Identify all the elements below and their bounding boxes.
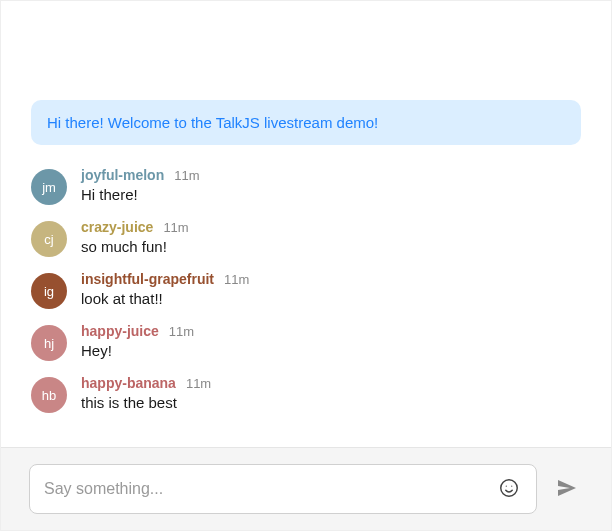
- username: happy-banana: [81, 375, 176, 391]
- chat-window: Hi there! Welcome to the TalkJS livestre…: [0, 0, 612, 531]
- svg-point-0: [501, 479, 518, 496]
- message-content: happy-juice11mHey!: [81, 323, 581, 361]
- svg-point-1: [506, 485, 507, 486]
- message-text: this is the best: [81, 392, 581, 413]
- message-input[interactable]: [42, 479, 494, 499]
- message-content: insightful-grapefruit11mlook at that!!: [81, 271, 581, 309]
- username: insightful-grapefruit: [81, 271, 214, 287]
- message-content: joyful-melon11mHi there!: [81, 167, 581, 205]
- system-banner: Hi there! Welcome to the TalkJS livestre…: [31, 100, 581, 145]
- svg-point-2: [511, 485, 512, 486]
- messages-area: Hi there! Welcome to the TalkJS livestre…: [1, 1, 611, 447]
- input-wrap[interactable]: [29, 464, 537, 514]
- message-header: insightful-grapefruit11m: [81, 271, 581, 287]
- message-header: happy-banana11m: [81, 375, 581, 391]
- timestamp: 11m: [174, 168, 199, 183]
- message-content: happy-banana11mthis is the best: [81, 375, 581, 413]
- emoji-button[interactable]: [494, 473, 524, 506]
- avatar: cj: [31, 221, 67, 257]
- username: joyful-melon: [81, 167, 164, 183]
- message-text: so much fun!: [81, 236, 581, 257]
- message-header: happy-juice11m: [81, 323, 581, 339]
- avatar: ig: [31, 273, 67, 309]
- emoji-icon: [498, 477, 520, 502]
- avatar: hb: [31, 377, 67, 413]
- message-row: jmjoyful-melon11mHi there!: [31, 167, 581, 205]
- message-content: crazy-juice11mso much fun!: [81, 219, 581, 257]
- timestamp: 11m: [186, 376, 211, 391]
- send-button[interactable]: [551, 472, 583, 507]
- message-text: Hey!: [81, 340, 581, 361]
- message-header: crazy-juice11m: [81, 219, 581, 235]
- system-banner-text: Hi there! Welcome to the TalkJS livestre…: [47, 114, 378, 131]
- timestamp: 11m: [163, 220, 188, 235]
- message-row: iginsightful-grapefruit11mlook at that!!: [31, 271, 581, 309]
- composer: [1, 447, 611, 530]
- timestamp: 11m: [169, 324, 194, 339]
- timestamp: 11m: [224, 272, 249, 287]
- message-row: hbhappy-banana11mthis is the best: [31, 375, 581, 413]
- message-row: hjhappy-juice11mHey!: [31, 323, 581, 361]
- send-icon: [555, 476, 579, 503]
- avatar: jm: [31, 169, 67, 205]
- username: happy-juice: [81, 323, 159, 339]
- message-header: joyful-melon11m: [81, 167, 581, 183]
- message-text: look at that!!: [81, 288, 581, 309]
- username: crazy-juice: [81, 219, 153, 235]
- avatar: hj: [31, 325, 67, 361]
- message-text: Hi there!: [81, 184, 581, 205]
- message-row: cjcrazy-juice11mso much fun!: [31, 219, 581, 257]
